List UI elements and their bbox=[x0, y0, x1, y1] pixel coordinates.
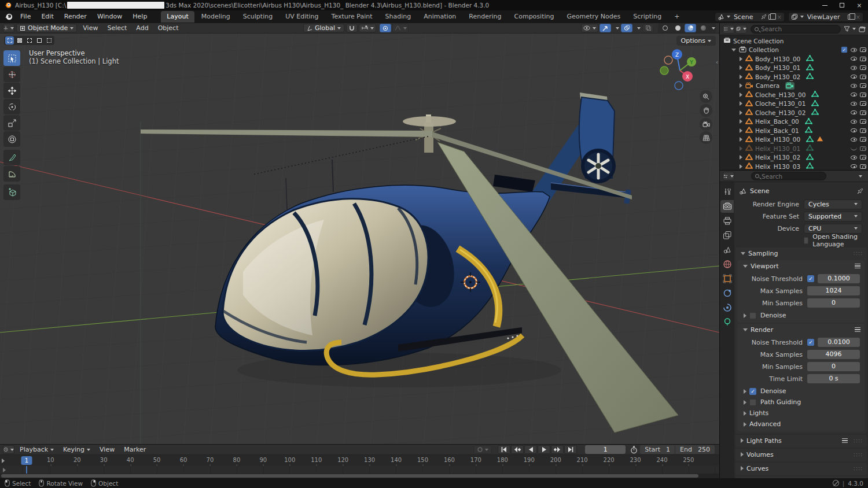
show-gizmo-button[interactable] bbox=[599, 24, 611, 32]
select-mode-subtract[interactable] bbox=[25, 36, 34, 45]
outliner-row[interactable]: Cloche_H130_01 bbox=[720, 99, 868, 109]
visibility-dropdown[interactable] bbox=[581, 24, 598, 32]
outliner-row[interactable]: Cloche_H130_00 bbox=[720, 90, 868, 99]
outliner-row[interactable]: Body_H130_00 bbox=[720, 54, 868, 64]
properties-tab-output[interactable] bbox=[720, 215, 734, 227]
render-visibility-icon[interactable] bbox=[860, 83, 866, 88]
outliner-item-label[interactable]: Cloche_H130_02 bbox=[755, 109, 806, 116]
shading-material-button[interactable] bbox=[685, 24, 696, 32]
close-button[interactable]: × bbox=[851, 0, 868, 10]
viewport-menu-select[interactable]: Select bbox=[102, 24, 131, 32]
outliner-item-label[interactable]: Cloche_H130_00 bbox=[755, 91, 806, 98]
render-visibility-icon[interactable] bbox=[860, 155, 866, 160]
outliner-search[interactable] bbox=[751, 25, 841, 34]
current-frame-field[interactable]: 1 bbox=[585, 445, 626, 454]
device-select[interactable]: CPU bbox=[804, 224, 862, 234]
timeline-menu-keying[interactable]: Keying bbox=[58, 446, 95, 453]
render-visibility-icon[interactable] bbox=[860, 164, 866, 169]
outliner-row[interactable]: Scene Collection bbox=[720, 36, 868, 46]
outliner-item-label[interactable]: Camera bbox=[756, 82, 779, 89]
workspace-tab-uv-editing[interactable]: UV Editing bbox=[279, 11, 324, 23]
editor-type-button[interactable] bbox=[3, 24, 14, 32]
properties-tab-constraints[interactable] bbox=[720, 287, 734, 300]
viewport-3d[interactable]: Object Mode ViewSelectAddObject Global bbox=[0, 23, 719, 444]
proportional-falloff-dropdown[interactable] bbox=[392, 24, 409, 32]
snap-target-dropdown[interactable] bbox=[359, 24, 376, 32]
menu-file[interactable]: File bbox=[15, 10, 36, 23]
properties-tab-object[interactable] bbox=[720, 272, 734, 285]
mode-dropdown[interactable]: Object Mode bbox=[16, 24, 77, 32]
timeline-channels[interactable] bbox=[0, 466, 719, 474]
outliner-item-label[interactable]: Scene Collection bbox=[733, 38, 784, 45]
properties-options-dropdown[interactable] bbox=[859, 175, 862, 178]
outliner-row[interactable]: Body_H130_02 bbox=[720, 72, 868, 82]
outliner-row[interactable]: Body_H130_01 bbox=[720, 64, 868, 73]
disclosure-closed-icon[interactable] bbox=[740, 57, 742, 61]
viewport-menu-object[interactable]: Object bbox=[153, 24, 183, 32]
tool-add-cube[interactable] bbox=[3, 184, 20, 200]
new-collection-icon[interactable] bbox=[859, 26, 866, 32]
sidebar-toggle[interactable]: ‹ bbox=[716, 59, 718, 65]
rn-min-samples-field[interactable]: 0 bbox=[807, 362, 860, 371]
render-visibility-icon[interactable] bbox=[860, 119, 866, 124]
outliner-item-label[interactable]: Helix_Back_01 bbox=[755, 127, 799, 134]
shading-solid-button[interactable] bbox=[672, 24, 683, 32]
shading-dropdown[interactable] bbox=[712, 27, 715, 29]
outliner-row[interactable]: Helix_H130_03 bbox=[720, 162, 868, 170]
render-visibility-icon[interactable] bbox=[860, 128, 866, 133]
preset-icon[interactable] bbox=[855, 327, 860, 332]
proportional-editing-button[interactable] bbox=[380, 24, 391, 32]
eye-open-icon[interactable] bbox=[851, 93, 857, 97]
rn-denoise-checkbox[interactable]: ✓ bbox=[749, 388, 756, 395]
filter-icon[interactable] bbox=[844, 26, 850, 32]
playhead-line[interactable] bbox=[26, 466, 27, 474]
viewlayer-selector[interactable]: ViewLayer × bbox=[788, 12, 863, 22]
workspace-tab-compositing[interactable]: Compositing bbox=[509, 11, 560, 23]
disclosure-closed-icon[interactable] bbox=[740, 119, 742, 124]
disclosure-closed-icon[interactable] bbox=[740, 75, 742, 79]
properties-tab-data[interactable] bbox=[720, 316, 734, 328]
outliner-item-label[interactable]: Cloche_H130_01 bbox=[755, 100, 806, 107]
eye-open-icon[interactable] bbox=[851, 75, 857, 79]
outliner-item-label[interactable]: Body_H130_00 bbox=[755, 56, 800, 62]
properties-search-input[interactable] bbox=[762, 173, 822, 180]
timeline-editor[interactable]: PlaybackKeyingViewMarker 1 bbox=[0, 444, 719, 478]
jump-to-end-button[interactable] bbox=[564, 445, 577, 454]
select-mode-intersect[interactable] bbox=[45, 36, 53, 45]
jump-to-start-button[interactable] bbox=[498, 445, 510, 454]
vp-noise-threshold-field[interactable]: 0.1000 bbox=[818, 274, 860, 283]
vp-max-samples-field[interactable]: 1024 bbox=[807, 286, 860, 295]
disclosure-closed-icon[interactable] bbox=[740, 137, 742, 142]
eye-open-icon[interactable] bbox=[851, 128, 857, 132]
eye-open-icon[interactable] bbox=[851, 120, 857, 124]
pan-button[interactable] bbox=[700, 104, 712, 117]
render-visibility-icon[interactable] bbox=[860, 65, 866, 70]
tool-rotate[interactable] bbox=[3, 99, 20, 114]
viewport-menu-view[interactable]: View bbox=[78, 24, 102, 32]
disclosure-closed-icon[interactable] bbox=[740, 146, 742, 151]
outliner-display-mode-button[interactable] bbox=[735, 25, 747, 34]
outliner-row[interactable]: Camera bbox=[720, 82, 868, 91]
outliner-editor-type-button[interactable] bbox=[723, 25, 734, 34]
viewport-canvas-render[interactable] bbox=[0, 23, 719, 444]
options-button[interactable]: Options bbox=[676, 36, 716, 46]
outliner-item-label[interactable]: Collection bbox=[749, 46, 779, 53]
navigation-gizmo[interactable]: Z Y X bbox=[654, 47, 703, 96]
workspace-tab-rendering[interactable]: Rendering bbox=[463, 11, 507, 23]
play-button[interactable] bbox=[538, 445, 550, 454]
workspace-tab-layout[interactable]: Layout bbox=[161, 11, 194, 23]
tool-measure[interactable] bbox=[3, 166, 20, 182]
collection-checkbox[interactable]: ✓ bbox=[841, 47, 847, 53]
vp-denoise-checkbox[interactable] bbox=[749, 312, 756, 319]
tool-annotate[interactable] bbox=[3, 150, 20, 165]
outliner-row[interactable]: Cloche_H130_02 bbox=[720, 108, 868, 117]
render-visibility-icon[interactable] bbox=[860, 137, 866, 142]
render-visibility-icon[interactable] bbox=[860, 110, 866, 115]
panel-header[interactable]: Light Paths:::: bbox=[735, 435, 867, 446]
new-scene-icon[interactable] bbox=[768, 14, 773, 20]
show-overlays-button[interactable] bbox=[621, 24, 632, 32]
disclosure-closed-icon[interactable] bbox=[740, 93, 742, 97]
outliner-item-label[interactable]: Helix_H130_01 bbox=[755, 145, 800, 152]
zoom-button[interactable] bbox=[700, 90, 712, 103]
new-viewlayer-icon[interactable] bbox=[848, 14, 852, 20]
